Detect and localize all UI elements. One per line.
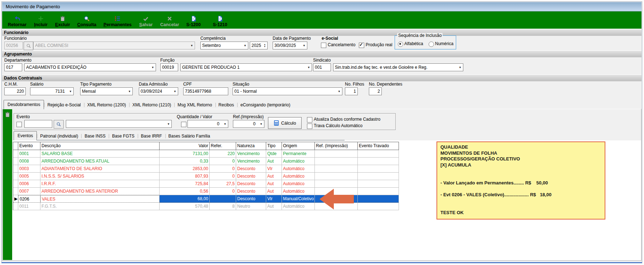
grid-cell[interactable]: 27,5 [210, 180, 236, 188]
grid-cell[interactable]: ARREDONDAMENTO MES ATUAL [40, 158, 160, 165]
evento-code-input[interactable] [24, 120, 52, 128]
sindicato-select[interactable]: Sin.trab.ind.de fiaç tec. e vest.de Goio… [333, 63, 463, 71]
tab-recibos[interactable]: Recibos [215, 101, 237, 109]
grid-cell[interactable]: Desconto [236, 180, 266, 188]
evento-select[interactable]: ▼ [66, 120, 172, 128]
grid-cell[interactable]: Automático [282, 188, 315, 195]
grid-cell[interactable]: Aut [266, 180, 282, 188]
departamento-code-input[interactable]: 017 [4, 63, 22, 71]
grid-cell[interactable]: F.G.T.S. [40, 203, 160, 210]
grid-cell[interactable]: VALES [40, 195, 160, 203]
tab-econsigando[interactable]: eConsigando (temporário) [237, 101, 293, 109]
departamento-select[interactable]: ACABAMENTO E EXPEDIÇÃO ▼ [24, 63, 156, 71]
grid-cell[interactable]: Vlr [266, 195, 282, 203]
grid-row-0005[interactable]: 0005I.N.S.S. S/ SALARIOS807,930DescontoA… [13, 173, 399, 180]
grid-cell[interactable]: Qtde [266, 150, 282, 158]
grid-cell[interactable] [315, 165, 358, 173]
grid-cell[interactable]: 0003 [18, 165, 40, 173]
tipo-pagamento-select[interactable]: Mensal ▼ [80, 87, 133, 95]
trava-checkbox[interactable] [307, 124, 312, 129]
toolbar-button-consulta[interactable]: Consulta [74, 12, 100, 28]
subtab-eventos[interactable]: Eventos [14, 131, 37, 140]
grid-cell[interactable] [358, 188, 399, 195]
grid-cell[interactable]: 0006 [18, 180, 40, 188]
filhos-input[interactable]: 1 [345, 87, 358, 95]
grid-cell[interactable]: Vlr [266, 165, 282, 173]
toolbar-button-s1210[interactable]: S-1210 [209, 12, 231, 28]
grid-cell[interactable]: 570,48 [160, 203, 210, 210]
producao-real-checkbox[interactable] [359, 43, 364, 48]
subtab-patronal[interactable]: Patronal (individual) [37, 132, 81, 140]
data-pagamento-select[interactable]: 30/09/2025 ▼ [273, 42, 307, 49]
grid-cell[interactable] [315, 158, 358, 165]
toolbar-button-cancelar[interactable]: Cancelar [157, 12, 183, 28]
grid-cell[interactable]: Aut [266, 188, 282, 195]
funcionario-code-input[interactable]: 00256 [4, 42, 23, 49]
grid-cell[interactable]: 8 [210, 203, 236, 210]
grid-cell[interactable]: ARREDONDAMENTO MES ANTERIOR [40, 188, 160, 195]
salario-select[interactable]: 7131 ▼ [30, 87, 74, 95]
grid-cell[interactable]: 807,93 [160, 173, 210, 180]
grid-cell[interactable]: 0007 [18, 188, 40, 195]
quantidade-checkbox[interactable] [181, 122, 186, 127]
evento-checkbox[interactable] [16, 122, 22, 127]
grid-cell[interactable] [315, 150, 358, 158]
grid-cell[interactable]: 0001 [18, 150, 40, 158]
data-admissao-select[interactable]: 03/09/2024 ▼ [139, 87, 178, 95]
grid-cell[interactable]: Vencimento [236, 158, 266, 165]
grid-cell[interactable]: Automático [282, 203, 315, 210]
grid-cell[interactable]: 0011 [18, 203, 40, 210]
grid-cell[interactable] [210, 195, 236, 203]
tab-msg-xml-retorno[interactable]: Msg XML Retorno [174, 101, 215, 109]
subtab-base-fgts[interactable]: Base FGTS [109, 132, 138, 140]
grid-cell[interactable]: Permanente [282, 150, 315, 158]
competencia-select[interactable]: Setembro ▼ [200, 42, 248, 49]
toolbar-button-s1200[interactable]: S-1200 [183, 12, 204, 28]
tab-rejeicao-esocial[interactable]: Rejeição e-Social [44, 101, 84, 109]
grid-cell[interactable]: Manual/Coletivo [282, 195, 315, 203]
grid-cell[interactable]: I.R.R.F. [40, 180, 160, 188]
grid-cell[interactable] [358, 165, 399, 173]
grid-cell[interactable]: Desconto [236, 188, 266, 195]
atualiza-checkbox[interactable] [307, 117, 312, 122]
cpf-input[interactable]: 73514977968 [183, 87, 228, 95]
trash-icon[interactable] [4, 111, 11, 118]
grid-row-0001[interactable]: 0001SALARIO BASE7131,00220VencimentoQtde… [13, 150, 399, 158]
toolbar-button-retornar[interactable]: Retornar [4, 12, 30, 28]
evento-search-button[interactable] [54, 120, 64, 129]
grid-cell[interactable]: Aut [266, 158, 282, 165]
grid-cell[interactable] [13, 180, 18, 188]
grid-cell[interactable]: ADIANTAMENTO DE SALARIO [40, 165, 160, 173]
tab-desdobramentos[interactable]: Desdobramentos [4, 100, 44, 109]
grid-cell[interactable]: Desconto [236, 165, 266, 173]
alfabetica-radio[interactable] [398, 42, 403, 47]
grid-cell[interactable]: Vencimento [236, 150, 266, 158]
toolbar-button-salvar[interactable]: Salvar [135, 12, 157, 28]
grid-cell[interactable]: 0,33 [160, 158, 210, 165]
calculo-button[interactable]: Cálculo [268, 117, 302, 129]
grid-cell[interactable]: 7131,00 [160, 150, 210, 158]
grid-cell[interactable]: 0 [210, 173, 236, 180]
grid-cell[interactable] [358, 173, 399, 180]
funcionario-search-button[interactable] [24, 42, 33, 50]
numerica-radio[interactable] [429, 42, 434, 47]
grid-cell[interactable]: I.N.S.S. S/ SALARIOS [40, 173, 160, 180]
grid-cell[interactable]: Automático [282, 180, 315, 188]
grid-cell[interactable] [315, 180, 358, 188]
grid-cell[interactable]: ▶ [13, 195, 18, 203]
grid-cell[interactable] [13, 203, 18, 210]
grid-cell[interactable]: Aut [266, 203, 282, 210]
dependentes-input[interactable]: 2 [369, 87, 382, 95]
quantidade-select[interactable]: 0 ▼ [187, 120, 228, 128]
subtab-base-irrf[interactable]: Base IRRF [138, 132, 165, 140]
toolbar-button-permanentes[interactable]: Permanentes [100, 12, 135, 28]
grid-cell[interactable]: 220 [210, 150, 236, 158]
grid-cell[interactable]: Desconto [236, 173, 266, 180]
subtab-base-inss[interactable]: Base INSS [81, 132, 109, 140]
grid-cell[interactable]: Automático [282, 158, 315, 165]
grid-row-0008[interactable]: 0008ARREDONDAMENTO MES ATUAL0,330Vencime… [13, 158, 399, 165]
toolbar-button-incluir[interactable]: Incluir [30, 12, 52, 28]
grid-cell[interactable]: 0 [210, 158, 236, 165]
grid-cell[interactable]: Automático [282, 165, 315, 173]
situacao-select[interactable]: 01 - Normal ▼ [233, 87, 342, 95]
